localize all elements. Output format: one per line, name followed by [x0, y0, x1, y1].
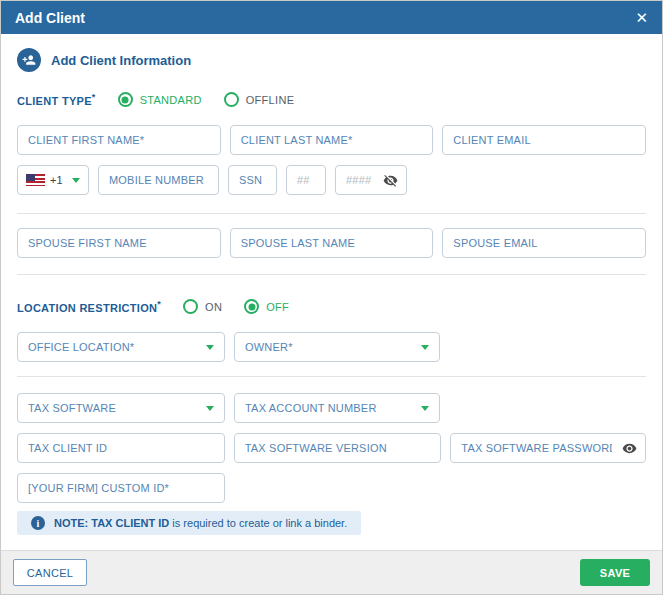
radio-off[interactable]: OFF [244, 299, 289, 314]
section-title: Add Client Information [51, 53, 191, 68]
chevron-down-icon [421, 406, 429, 411]
modal-footer: CANCEL SAVE [1, 550, 662, 594]
chevron-down-icon [72, 178, 80, 183]
custom-id-input[interactable] [17, 473, 225, 503]
modal-header: Add Client ✕ [1, 1, 662, 34]
divider [17, 213, 646, 214]
radio-unselected-icon [224, 92, 239, 107]
ssn-input[interactable] [228, 165, 277, 195]
close-icon[interactable]: ✕ [635, 10, 648, 25]
location-restriction-label: LOCATION RESTRICTION* [17, 299, 161, 314]
note-text: NOTE: TAX CLIENT ID is required to creat… [54, 517, 347, 529]
divider [17, 376, 646, 377]
mobile-number-input[interactable] [98, 165, 219, 195]
country-code-value: +1 [50, 174, 67, 186]
office-location-value: OFFICE LOCATION* [28, 341, 134, 353]
client-last-name-input[interactable] [230, 125, 434, 155]
spouse-email-input[interactable] [442, 228, 646, 258]
radio-on-label: ON [205, 301, 222, 313]
radio-on[interactable]: ON [183, 299, 222, 314]
tax-software-password-field [450, 433, 646, 463]
radio-offline-label: OFFLINE [246, 94, 295, 106]
office-location-dropdown[interactable]: OFFICE LOCATION* [17, 332, 225, 362]
radio-offline[interactable]: OFFLINE [224, 92, 295, 107]
save-button[interactable]: SAVE [580, 559, 650, 586]
client-type-label: CLIENT TYPE* [17, 92, 96, 107]
tax-software-version-input[interactable] [234, 433, 442, 463]
phone-ssn-row: +1 [17, 165, 646, 195]
radio-off-label: OFF [266, 301, 289, 313]
client-email-input[interactable] [442, 125, 646, 155]
custom-id-row [17, 473, 646, 503]
us-flag-icon [26, 174, 45, 186]
add-person-icon [17, 48, 41, 72]
note-banner: i NOTE: TAX CLIENT ID is required to cre… [17, 511, 361, 535]
spouse-row [17, 228, 646, 258]
tax-id-row [17, 433, 646, 463]
tax-account-number-dropdown[interactable]: TAX ACCOUNT NUMBER [234, 393, 440, 423]
tax-dropdown-row: TAX SOFTWARE TAX ACCOUNT NUMBER [17, 393, 646, 423]
tax-account-number-value: TAX ACCOUNT NUMBER [245, 402, 377, 414]
modal-body: Add Client Information CLIENT TYPE* STAN… [1, 34, 662, 550]
cancel-button[interactable]: CANCEL [13, 559, 87, 586]
owner-value: OWNER* [245, 341, 293, 353]
spouse-first-name-input[interactable] [17, 228, 221, 258]
tax-software-dropdown[interactable]: TAX SOFTWARE [17, 393, 225, 423]
radio-standard-label: STANDARD [140, 94, 202, 106]
office-owner-row: OFFICE LOCATION* OWNER* [17, 332, 646, 362]
country-code-select[interactable]: +1 [17, 165, 89, 195]
ssn-group3-input[interactable] [336, 167, 383, 193]
tax-client-id-input[interactable] [17, 433, 225, 463]
location-restriction-group: LOCATION RESTRICTION* ON OFF [17, 299, 646, 314]
chevron-down-icon [206, 406, 214, 411]
radio-standard[interactable]: STANDARD [118, 92, 202, 107]
info-icon: i [31, 516, 45, 530]
section-header: Add Client Information [17, 48, 646, 72]
chevron-down-icon [206, 345, 214, 350]
client-name-row [17, 125, 646, 155]
eye-icon[interactable] [622, 441, 637, 456]
radio-unselected-icon [183, 299, 198, 314]
owner-dropdown[interactable]: OWNER* [234, 332, 440, 362]
divider [17, 274, 646, 275]
tax-software-value: TAX SOFTWARE [28, 402, 116, 414]
ssn-group2-input[interactable] [286, 165, 326, 195]
radio-selected-icon [118, 92, 133, 107]
radio-selected-icon [244, 299, 259, 314]
spouse-last-name-input[interactable] [230, 228, 434, 258]
tax-software-password-input[interactable] [451, 435, 622, 461]
modal-title: Add Client [15, 10, 85, 26]
client-type-group: CLIENT TYPE* STANDARD OFFLINE [17, 92, 646, 107]
add-client-modal: Add Client ✕ Add Client Information CLIE… [0, 0, 663, 595]
ssn-group3-field [335, 165, 407, 195]
client-first-name-input[interactable] [17, 125, 221, 155]
chevron-down-icon [421, 345, 429, 350]
eye-off-icon[interactable] [383, 173, 398, 188]
